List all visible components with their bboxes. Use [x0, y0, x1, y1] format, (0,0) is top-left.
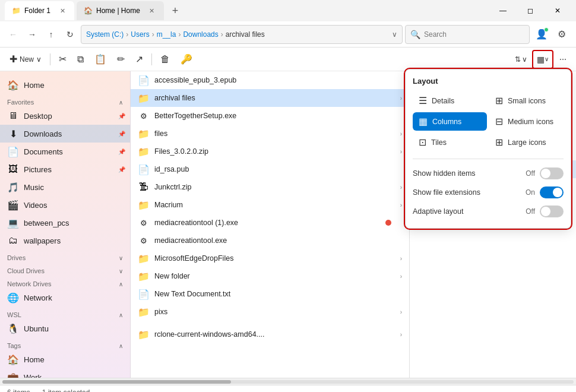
file-mediacreation2[interactable]: ⚙ mediacreationtool.exe	[131, 232, 409, 249]
status-bar: 6 items 1 item selected	[0, 385, 576, 392]
crumb-users[interactable]: Users	[131, 30, 149, 39]
crumb-user[interactable]: m__la	[157, 30, 176, 39]
sep1	[50, 53, 50, 65]
sidebar-item-music[interactable]: 🎵 Music	[0, 178, 130, 196]
sidebar-pictures-label: Pictures	[24, 165, 123, 174]
sidebar-section-tags[interactable]: Tags ∧	[0, 337, 130, 350]
cut-button[interactable]: ✂	[54, 51, 71, 67]
settings-button[interactable]: ⚙	[552, 25, 571, 44]
file-msedgedrop[interactable]: 📁 MicrosoftEdgeDropFiles ›	[131, 249, 409, 267]
delete-button[interactable]: 🗑	[156, 52, 175, 67]
hidden-items-toggle[interactable]	[540, 167, 564, 179]
selection-info: 1 item selected	[42, 388, 90, 393]
file-files-3020[interactable]: 📁 Files_3.0.2.0.zip ›	[131, 143, 409, 160]
tab-folder1[interactable]: 📁 Folder 1 ✕	[5, 1, 74, 20]
sidebar-item-pictures[interactable]: 🖼 Pictures 📌	[0, 160, 130, 178]
file-mediacreation1[interactable]: ⚙ mediacreationtool (1).exe	[131, 214, 409, 232]
file-junkctrl[interactable]: 🗜 Junkctrl.zip ›	[131, 178, 409, 196]
sort-button[interactable]: ⇅ ∨	[511, 53, 531, 66]
layout-option-medium-icons[interactable]: ⊟ Medium icons	[489, 112, 564, 131]
new-tab-button[interactable]: +	[169, 5, 182, 17]
layout-option-large-icons[interactable]: ⊞ Large icons	[489, 133, 564, 151]
file-files-dir[interactable]: 📁 files ›	[131, 125, 409, 143]
close-button[interactable]: ✕	[544, 1, 571, 20]
scrollbar-thumb[interactable]	[2, 380, 231, 384]
file-new-text[interactable]: 📄 New Text Document.txt	[131, 285, 409, 303]
sidebar-item-desktop[interactable]: 🖥 Desktop 📌	[0, 107, 130, 125]
properties-button[interactable]: 🔑	[176, 51, 197, 67]
sidebar-item-home[interactable]: 🏠 Home	[0, 76, 130, 94]
layout-dropdown: Layout ☰ Details ⊞ Small icons ▦ Columns…	[405, 69, 571, 229]
sidebar-section-drives[interactable]: Drives ∨	[0, 249, 130, 263]
layout-option-tiles[interactable]: ⊡ Tiles	[413, 133, 487, 151]
search-input[interactable]	[424, 30, 524, 39]
more-options-button[interactable]: ⋯	[555, 53, 571, 66]
sidebar-section-network[interactable]: Network Drives ∧	[0, 276, 130, 289]
sidebar-item-wallpapers[interactable]: 🗂 wallpapers	[0, 232, 130, 249]
file-pixs[interactable]: 📁 pixs ›	[131, 303, 409, 321]
horizontal-scrollbar[interactable]	[0, 378, 576, 385]
file-junkctrl-icon: 🗜	[138, 182, 150, 192]
search-box[interactable]: 🔍	[405, 25, 530, 44]
file-extensions-toggle[interactable]	[540, 186, 564, 198]
file-id-rsa[interactable]: 📄 id_rsa.pub	[131, 160, 409, 178]
crumb-downloads[interactable]: Downloads	[183, 30, 218, 39]
file-accessible-epub[interactable]: 📄 accessible_epub_3.epub	[131, 71, 409, 89]
sidebar-item-work-tag[interactable]: 💼 Work	[0, 368, 130, 378]
address-bar[interactable]: System (C:) › Users › m__la › Downloads …	[81, 25, 403, 44]
sidebar-item-documents[interactable]: 📄 Documents 📌	[0, 143, 130, 160]
desktop-icon: 🖥	[7, 110, 19, 121]
share-button[interactable]: ↗	[131, 51, 148, 67]
file-pixs-name: pixs	[154, 308, 395, 316]
refresh-button[interactable]: ↻	[62, 26, 78, 43]
drives-label: Drives	[7, 254, 26, 261]
sidebar-item-videos[interactable]: 🎬 Videos	[0, 196, 130, 214]
file-macrium[interactable]: 📁 Macrium ›	[131, 196, 409, 214]
adaptive-layout-toggle[interactable]	[540, 206, 564, 217]
address-dropdown-icon[interactable]: ∨	[392, 30, 397, 39]
file-new-folder[interactable]: 📁 New folder ›	[131, 267, 409, 285]
tab-home[interactable]: 🏠 Home | Home ✕	[77, 1, 164, 20]
medium-icons-icon: ⊟	[495, 116, 503, 127]
sidebar-section-wsl[interactable]: WSL ∧	[0, 306, 130, 320]
sidebar-ubuntu-label: Ubuntu	[24, 324, 123, 333]
account-button[interactable]: 👤	[532, 25, 551, 44]
file-pixs-icon: 📁	[138, 306, 150, 318]
paste-button[interactable]: 📋	[90, 51, 111, 67]
layout-dropdown-icon: ∨	[545, 56, 549, 62]
file-id-rsa-icon: 📄	[138, 164, 150, 175]
tab-home-close[interactable]: ✕	[147, 6, 157, 15]
layout-option-small-icons[interactable]: ⊞ Small icons	[489, 91, 564, 110]
back-button[interactable]: ←	[5, 26, 21, 43]
layout-button[interactable]: ▦ ∨	[532, 50, 553, 69]
file-rclone[interactable]: 📁 rclone-current-windows-amd64.... ›	[131, 325, 409, 343]
properties-icon: 🔑	[181, 53, 192, 65]
copy-icon: ⧉	[77, 54, 84, 65]
file-files-dir-icon: 📁	[138, 128, 150, 140]
file-mediacreation1-icon: ⚙	[138, 219, 150, 227]
file-files-3020-name: Files_3.0.2.0.zip	[154, 147, 395, 156]
layout-option-columns[interactable]: ▦ Columns	[413, 112, 487, 131]
minimize-button[interactable]: —	[489, 1, 517, 20]
copy-button[interactable]: ⧉	[72, 52, 88, 67]
sidebar-item-downloads[interactable]: ⬇ Downloads 📌	[0, 125, 130, 143]
rename-button[interactable]: ✏	[112, 51, 129, 67]
maximize-button[interactable]: ◻	[517, 1, 544, 20]
action-bar: ✚ New ∨ ✂ ⧉ 📋 ✏ ↗ 🗑 🔑 ⇅ ∨ ▦ ∨ ⋯	[0, 48, 576, 71]
sidebar-section-cloud[interactable]: Cloud Drives ∨	[0, 263, 130, 276]
file-archival-files[interactable]: 📁 archival files ›	[131, 89, 409, 107]
sidebar-item-between-pcs[interactable]: 💻 between_pcs	[0, 214, 130, 232]
sidebar-section-favorites[interactable]: Favorites ∧	[0, 94, 130, 107]
tab-folder1-icon: 📁	[12, 7, 21, 15]
sidebar-item-network[interactable]: 🌐 Network	[0, 289, 130, 306]
forward-button[interactable]: →	[24, 26, 40, 43]
home-icon: 🏠	[7, 80, 19, 91]
tab-folder1-close[interactable]: ✕	[58, 6, 67, 15]
layout-option-details[interactable]: ☰ Details	[413, 91, 487, 110]
file-bettertogether[interactable]: ⚙ BetterTogetherSetup.exe	[131, 107, 409, 125]
new-button[interactable]: ✚ New ∨	[5, 51, 46, 67]
up-button[interactable]: ↑	[43, 26, 59, 43]
sidebar-item-ubuntu[interactable]: 🐧 Ubuntu	[0, 320, 130, 337]
crumb-system[interactable]: System (C:)	[86, 30, 124, 39]
sidebar-item-home-tag[interactable]: 🏠 Home	[0, 350, 130, 368]
